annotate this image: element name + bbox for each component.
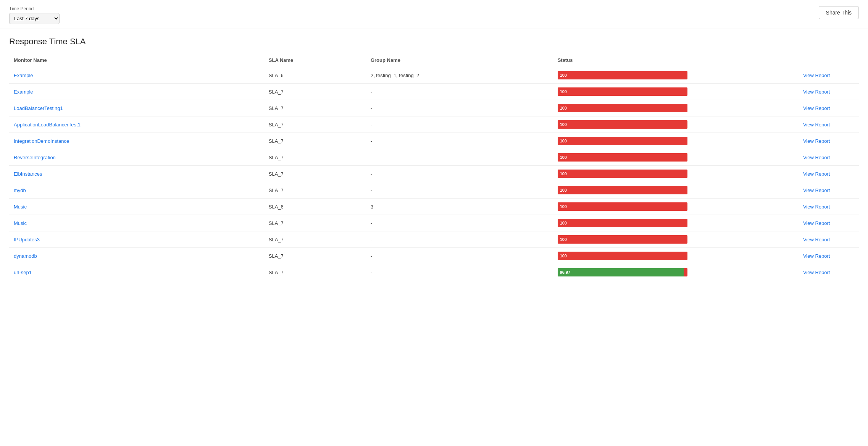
table-row: ApplicationLoadBalancerTest1SLA_7-100Vie…	[9, 116, 859, 133]
table-row: url-sep1SLA_7-96.97View Report	[9, 264, 859, 281]
status-cell: 100	[553, 116, 791, 133]
group-name-cell: -	[366, 215, 553, 231]
group-name-cell: -	[366, 166, 553, 182]
sla-name-cell: SLA_7	[264, 215, 366, 231]
status-cell: 100	[553, 182, 791, 199]
monitor-link[interactable]: mydb	[14, 187, 26, 193]
action-cell: View Report	[791, 248, 859, 264]
group-name-cell: -	[366, 100, 553, 116]
status-bar-label: 100	[560, 188, 567, 192]
table-row: MusicSLA_63100View Report	[9, 199, 859, 215]
monitor-link[interactable]: IPUpdates3	[14, 237, 40, 242]
sla-name-cell: SLA_6	[264, 199, 366, 215]
group-name-cell: 2, testing_1, testing_2	[366, 67, 553, 84]
sla-name-cell: SLA_7	[264, 149, 366, 166]
monitor-link[interactable]: Example	[14, 89, 33, 95]
status-bar-container: 100	[558, 71, 687, 79]
table-row: ElbInstancesSLA_7-100View Report	[9, 166, 859, 182]
status-bar-container: 100	[558, 153, 687, 162]
time-period-label: Time Period	[9, 6, 60, 11]
monitor-link[interactable]: ElbInstances	[14, 171, 42, 177]
sla-name-cell: SLA_7	[264, 231, 366, 248]
view-report-link[interactable]: View Report	[795, 73, 830, 78]
action-cell: View Report	[791, 67, 859, 84]
status-bar-container: 100	[558, 87, 687, 96]
action-cell: View Report	[791, 199, 859, 215]
sla-name-cell: SLA_7	[264, 248, 366, 264]
action-cell: View Report	[791, 133, 859, 149]
status-cell: 100	[553, 199, 791, 215]
page-title: Response Time SLA	[9, 37, 859, 47]
monitor-link[interactable]: Music	[14, 220, 27, 226]
status-bar-container: 100	[558, 202, 687, 211]
action-cell: View Report	[791, 231, 859, 248]
view-report-link[interactable]: View Report	[795, 253, 830, 259]
view-report-link[interactable]: View Report	[795, 105, 830, 111]
time-period-select[interactable]: Last 7 days Last 30 days Last 90 days	[9, 13, 60, 24]
table-row: IntegrationDemoInstanceSLA_7-100View Rep…	[9, 133, 859, 149]
status-bar-label: 100	[560, 155, 567, 160]
group-name-cell: -	[366, 116, 553, 133]
view-report-link[interactable]: View Report	[795, 89, 830, 95]
col-header-group: Group Name	[366, 54, 553, 67]
action-cell: View Report	[791, 264, 859, 281]
status-cell: 100	[553, 133, 791, 149]
table-row: ExampleSLA_62, testing_1, testing_2100Vi…	[9, 67, 859, 84]
status-bar-container: 100	[558, 186, 687, 194]
status-cell: 100	[553, 149, 791, 166]
main-content: Response Time SLA Monitor Name SLA Name …	[0, 29, 868, 288]
action-cell: View Report	[791, 149, 859, 166]
status-cell: 100	[553, 166, 791, 182]
page-header: Time Period Last 7 days Last 30 days Las…	[0, 0, 868, 29]
status-cell: 100	[553, 100, 791, 116]
monitor-link[interactable]: url-sep1	[14, 270, 32, 275]
monitor-link[interactable]: Music	[14, 204, 27, 210]
monitor-link[interactable]: ApplicationLoadBalancerTest1	[14, 122, 81, 128]
monitor-link[interactable]: Example	[14, 73, 33, 78]
share-button[interactable]: Share This	[819, 6, 859, 19]
view-report-link[interactable]: View Report	[795, 138, 830, 144]
view-report-link[interactable]: View Report	[795, 204, 830, 210]
table-row: ReverseIntegrationSLA_7-100View Report	[9, 149, 859, 166]
monitor-link[interactable]: IntegrationDemoInstance	[14, 138, 69, 144]
status-bar-label: 100	[560, 221, 567, 225]
time-period-section: Time Period Last 7 days Last 30 days Las…	[9, 6, 60, 24]
group-name-cell: -	[366, 133, 553, 149]
status-bar-label: 100	[560, 122, 567, 127]
table-row: dynamodbSLA_7-100View Report	[9, 248, 859, 264]
view-report-link[interactable]: View Report	[795, 187, 830, 193]
action-cell: View Report	[791, 84, 859, 100]
col-header-sla: SLA Name	[264, 54, 366, 67]
view-report-link[interactable]: View Report	[795, 155, 830, 160]
table-body: ExampleSLA_62, testing_1, testing_2100Vi…	[9, 67, 859, 281]
table-header: Monitor Name SLA Name Group Name Status	[9, 54, 859, 67]
action-cell: View Report	[791, 166, 859, 182]
monitor-link[interactable]: LoadBalancerTesting1	[14, 105, 63, 111]
view-report-link[interactable]: View Report	[795, 122, 830, 128]
view-report-link[interactable]: View Report	[795, 220, 830, 226]
sla-name-cell: SLA_6	[264, 67, 366, 84]
action-cell: View Report	[791, 182, 859, 199]
sla-name-cell: SLA_7	[264, 84, 366, 100]
status-bar-container: 100	[558, 137, 687, 145]
group-name-cell: -	[366, 84, 553, 100]
action-cell: View Report	[791, 100, 859, 116]
status-bar-container: 100	[558, 235, 687, 244]
status-cell: 100	[553, 215, 791, 231]
view-report-link[interactable]: View Report	[795, 237, 830, 242]
status-bar-label: 100	[560, 89, 567, 94]
table-row: ExampleSLA_7-100View Report	[9, 84, 859, 100]
table-row: MusicSLA_7-100View Report	[9, 215, 859, 231]
sla-name-cell: SLA_7	[264, 100, 366, 116]
table-row: IPUpdates3SLA_7-100View Report	[9, 231, 859, 248]
monitor-link[interactable]: dynamodb	[14, 253, 37, 259]
view-report-link[interactable]: View Report	[795, 171, 830, 177]
status-cell: 96.97	[553, 264, 791, 281]
status-bar-container: 100	[558, 170, 687, 178]
table-row: mydbSLA_7-100View Report	[9, 182, 859, 199]
group-name-cell: -	[366, 264, 553, 281]
col-header-monitor: Monitor Name	[9, 54, 264, 67]
monitor-link[interactable]: ReverseIntegration	[14, 155, 56, 160]
action-cell: View Report	[791, 116, 859, 133]
view-report-link[interactable]: View Report	[795, 270, 830, 275]
